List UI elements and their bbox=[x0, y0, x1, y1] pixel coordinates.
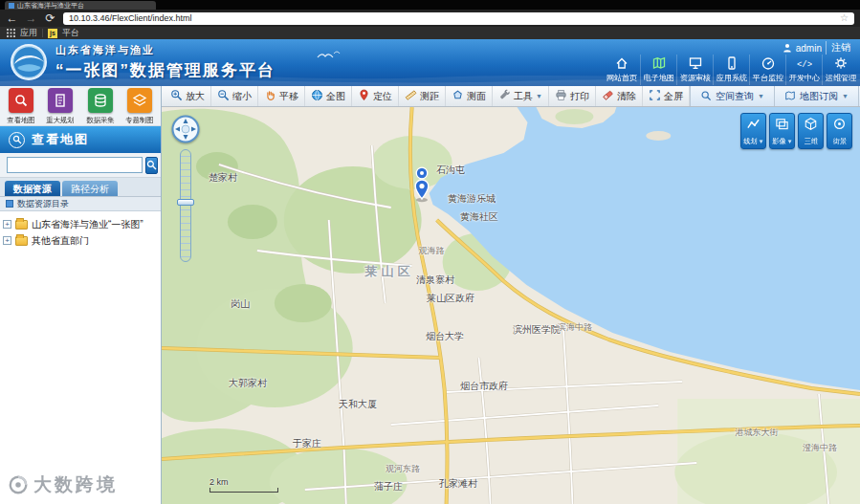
tree-expander-icon[interactable]: + bbox=[3, 236, 11, 245]
map-label: 大郭家村 bbox=[229, 377, 267, 390]
header-nav-label: 运维管理 bbox=[825, 73, 855, 84]
basemap-button-2[interactable]: 三维 bbox=[798, 113, 824, 149]
app-launcher-item-0[interactable]: 查看地图 bbox=[3, 88, 39, 125]
url-text: 10.10.3.46/FlexClient/index.html bbox=[69, 13, 192, 23]
folder-icon bbox=[15, 220, 28, 230]
zoom-slider-handle[interactable] bbox=[177, 199, 194, 206]
header-nav-5[interactable]: </>开发中心 bbox=[785, 55, 822, 85]
panel-title: 查看地图 bbox=[32, 131, 89, 148]
tool-9[interactable]: 清除 bbox=[596, 86, 643, 106]
zoom-slider[interactable] bbox=[180, 149, 191, 262]
content: 查看地图重大规划数据采集专题制图 查看地图 数据资源路径分析 数据资源目录 +山… bbox=[0, 86, 860, 504]
basemap-button-label: 影像▼ bbox=[772, 137, 793, 146]
app-launcher-label: 查看地图 bbox=[7, 115, 34, 124]
map-column: 放大缩小平移全图定位测距测面工具▼打印清除全屏 空间查询▼地图订阅▼时空管理▼ bbox=[162, 86, 860, 504]
header-nav-0[interactable]: 网站首页 bbox=[604, 55, 640, 85]
poly-icon bbox=[452, 89, 464, 103]
sidebar-tab-1[interactable]: 路径分析 bbox=[62, 181, 118, 196]
tool-label: 放大 bbox=[186, 90, 205, 103]
resource-tree: +山东省海洋与渔业“一张图”+其他省直部门 bbox=[0, 211, 161, 504]
bookmarks-bar: 应用 js 平台 bbox=[0, 27, 860, 39]
tool-4[interactable]: 定位 bbox=[352, 86, 399, 106]
reload-button[interactable]: ⟳ bbox=[44, 12, 56, 24]
tree-item-1[interactable]: +其他省直部门 bbox=[3, 232, 158, 249]
tab-title: 山东省海洋与渔业平台 bbox=[17, 1, 84, 10]
app-header: 山东省海洋与渔业 “一张图”数据管理服务平台 admin 注销 网站首页电子地图… bbox=[0, 39, 860, 86]
tool-7[interactable]: 工具▼ bbox=[493, 86, 549, 106]
header-nav-label: 资源审核 bbox=[679, 73, 710, 84]
url-bar[interactable]: 10.10.3.46/FlexClient/index.html ☆ bbox=[63, 12, 854, 25]
pan-compass[interactable] bbox=[171, 115, 200, 143]
header-nav-4[interactable]: 平台监控 bbox=[749, 55, 785, 85]
right-tool-0[interactable]: 空间查询▼ bbox=[690, 86, 774, 106]
header-nav-1[interactable]: 电子地图 bbox=[640, 55, 676, 85]
platform-titles: 山东省海洋与渔业 “一张图”数据管理服务平台 bbox=[55, 43, 276, 81]
tool-0[interactable]: 放大 bbox=[165, 86, 211, 106]
header-nav-6[interactable]: 运维管理 bbox=[822, 55, 858, 85]
app-launcher: 查看地图重大规划数据采集专题制图 bbox=[0, 86, 161, 126]
wrench-icon bbox=[498, 89, 511, 103]
tool-1[interactable]: 缩小 bbox=[211, 86, 258, 106]
gear-icon bbox=[833, 55, 849, 71]
magw-app-icon bbox=[9, 88, 33, 113]
map-viewport[interactable]: 石沟屯黄海游乐城黄海社区楚家村岗山清泉寨村莱山区政府烟台大学滨州医学院烟台市政府… bbox=[162, 107, 860, 504]
bookmark-platform[interactable]: 平台 bbox=[62, 27, 79, 39]
apps-label[interactable]: 应用 bbox=[20, 27, 37, 39]
map-labels-layer: 石沟屯黄海游乐城黄海社区楚家村岗山清泉寨村莱山区政府烟台大学滨州医学院烟台市政府… bbox=[162, 107, 860, 504]
tool-label: 全屏 bbox=[664, 90, 683, 103]
basemap-button-0[interactable]: 线划▼ bbox=[740, 113, 766, 149]
sidebar-tab-0[interactable]: 数据资源 bbox=[5, 181, 60, 196]
docw-app-icon bbox=[48, 88, 73, 113]
map-label: 观河东路 bbox=[386, 463, 420, 475]
tool-3[interactable]: 全图 bbox=[305, 86, 352, 106]
caret-down-icon: ▼ bbox=[786, 138, 792, 143]
printer-icon bbox=[555, 89, 567, 103]
map-label: 天和大厦 bbox=[339, 398, 377, 411]
map-label: 孔家滩村 bbox=[439, 477, 477, 491]
tree-expander-icon[interactable]: + bbox=[3, 220, 11, 229]
basemap-button-1[interactable]: 影像▼ bbox=[769, 113, 795, 149]
tool-label: 测面 bbox=[467, 90, 486, 103]
search-row bbox=[0, 153, 161, 178]
zout-icon bbox=[217, 89, 230, 103]
map-label: 岗山 bbox=[231, 297, 250, 311]
tool-5[interactable]: 测距 bbox=[399, 86, 446, 106]
tool-10[interactable]: 全屏 bbox=[643, 86, 690, 106]
search-input[interactable] bbox=[7, 157, 143, 173]
tool-label: 缩小 bbox=[232, 90, 252, 103]
browser-tab-bar: 山东省海洋与渔业平台 bbox=[0, 0, 860, 10]
tree-header: 数据资源目录 bbox=[0, 197, 161, 211]
app-launcher-item-1[interactable]: 重大规划 bbox=[42, 88, 78, 125]
scale-bar: 2 km bbox=[209, 477, 278, 493]
tool-2[interactable]: 平移 bbox=[258, 86, 305, 106]
right-tool-1[interactable]: 地图订阅▼ bbox=[774, 86, 858, 106]
view-map-icon bbox=[9, 132, 25, 148]
search-button[interactable] bbox=[145, 157, 158, 174]
tool-6[interactable]: 测面 bbox=[446, 86, 493, 106]
emap-icon bbox=[651, 55, 667, 71]
header-nav-3[interactable]: 应用系统 bbox=[713, 55, 749, 85]
apps-grid-icon[interactable] bbox=[7, 29, 15, 37]
app-launcher-item-2[interactable]: 数据采集 bbox=[82, 88, 119, 125]
basemap-button-label: 街景 bbox=[832, 137, 846, 146]
map-marker-pin[interactable] bbox=[410, 166, 433, 203]
tool-8[interactable]: 打印 bbox=[549, 86, 596, 106]
tree-item-0[interactable]: +山东省海洋与渔业“一张图” bbox=[3, 216, 158, 232]
tab-favicon-icon bbox=[9, 3, 14, 9]
basemap-button-3[interactable]: 街景 bbox=[827, 113, 852, 149]
map-label: 观海路 bbox=[419, 245, 445, 257]
map-label: 滨海中路 bbox=[558, 321, 592, 334]
panel-header: 查看地图 bbox=[0, 126, 161, 153]
tool-label: 测距 bbox=[420, 90, 439, 103]
header-nav-label: 开发中心 bbox=[788, 73, 819, 84]
back-button[interactable]: ← bbox=[6, 12, 18, 24]
bookmark-star-icon[interactable]: ☆ bbox=[840, 13, 849, 23]
bmsv-icon bbox=[832, 117, 847, 135]
map-label: 烟台市政府 bbox=[460, 380, 508, 393]
browser-tab[interactable]: 山东省海洋与渔业平台 bbox=[5, 1, 156, 10]
header-nav-2[interactable]: 资源审核 bbox=[676, 55, 713, 85]
caret-down-icon: ▼ bbox=[758, 93, 764, 99]
logout-button[interactable]: 注销 bbox=[826, 41, 850, 55]
app-launcher-item-3[interactable]: 专题制图 bbox=[121, 88, 158, 125]
forward-button[interactable]: → bbox=[25, 12, 37, 24]
